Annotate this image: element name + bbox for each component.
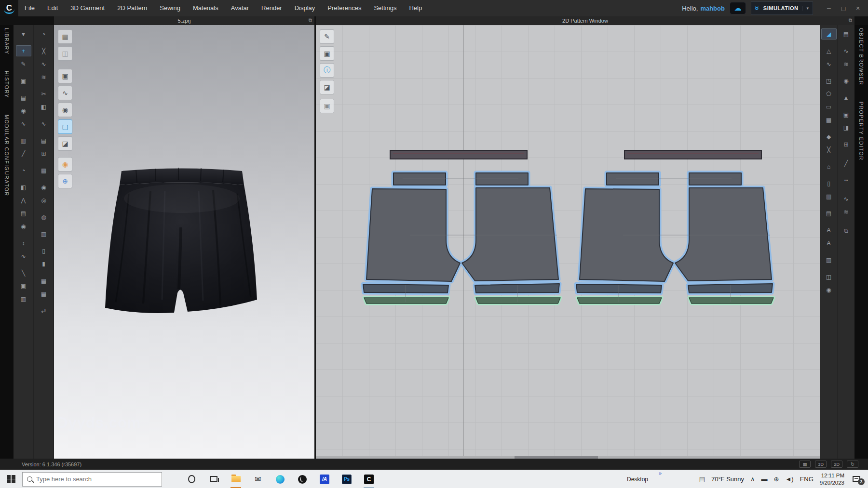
show-grid-plane-icon[interactable]: ▢: [58, 119, 72, 134]
menu-edit[interactable]: Edit: [41, 0, 64, 16]
select-move-icon[interactable]: +: [16, 45, 31, 56]
close-button[interactable]: ✕: [852, 3, 864, 13]
status-2d-button[interactable]: 2D: [831, 461, 842, 468]
blue-a-app-icon[interactable]: /A: [317, 470, 332, 488]
show-annotation-icon[interactable]: ⓘ: [320, 63, 334, 78]
tab-modular-configurator[interactable]: MODULAR CONFIGURATOR: [4, 115, 10, 197]
pleats-icon[interactable]: ▥: [821, 254, 837, 265]
fabric-roll-icon[interactable]: ▯: [36, 245, 52, 256]
menu-file[interactable]: File: [18, 0, 41, 16]
spec-ruler-icon[interactable]: ▥: [821, 191, 837, 202]
free-sewing-3d-icon[interactable]: ∿: [36, 58, 52, 69]
curve-sewing-icon[interactable]: ≋: [36, 71, 52, 82]
clo-taskbar-icon[interactable]: C: [362, 470, 376, 488]
render-style-icon[interactable]: ▦: [58, 29, 72, 44]
text-tool-icon[interactable]: A: [821, 224, 837, 236]
puller-icon[interactable]: ⇄: [36, 305, 52, 316]
status-3d-button[interactable]: 3D: [815, 461, 827, 468]
news-weather-icon[interactable]: ▤: [699, 475, 705, 483]
elastic-icon[interactable]: ∿: [839, 193, 854, 204]
button-garment-icon[interactable]: ▣: [16, 280, 31, 291]
drape-garment-icon[interactable]: ▣: [16, 75, 31, 86]
language-indicator[interactable]: ENG: [800, 475, 814, 483]
status-refresh-button[interactable]: ↻: [847, 461, 858, 468]
zipper-garment-icon[interactable]: ▥: [16, 293, 31, 304]
show-environment-icon[interactable]: ⊕: [58, 174, 72, 188]
cloud-sync-icon[interactable]: ☁: [730, 2, 746, 14]
viewport-2d-canvas[interactable]: ✎▣ⓘ◪▣: [316, 25, 820, 459]
username[interactable]: mahbob: [700, 5, 725, 12]
show-sewing-icon[interactable]: ∿: [58, 86, 72, 100]
network-icon[interactable]: ⊕: [774, 475, 779, 483]
viewport2d-title-bar[interactable]: 2D Pattern Window ⧉: [316, 16, 854, 25]
panel-splitter[interactable]: [314, 25, 316, 459]
walk-avatar-icon[interactable]: ◔: [36, 28, 52, 40]
needle-tool-icon[interactable]: ╱: [16, 148, 31, 159]
copy-as-pattern-icon[interactable]: ⧉: [839, 225, 854, 236]
pattern-set-1[interactable]: [363, 173, 560, 303]
show-avatar-head-icon[interactable]: ◉: [58, 157, 72, 171]
print-layout-2d-icon[interactable]: ⊞: [839, 139, 854, 150]
simulation-dropdown-caret[interactable]: ▾: [802, 6, 809, 11]
menu-materials[interactable]: Materials: [187, 0, 225, 16]
lock-pattern-icon[interactable]: ▣: [320, 99, 334, 113]
taskbar-clock[interactable]: 12:11 PM 9/20/2023: [820, 472, 844, 487]
taskbar-search[interactable]: [22, 472, 162, 487]
pattern-annotate-icon[interactable]: ◫: [821, 271, 837, 282]
texture-edit-icon[interactable]: ◨: [839, 122, 854, 133]
pin-garment-icon[interactable]: ◉: [16, 105, 31, 116]
show-ground-plane-icon[interactable]: ◪: [58, 136, 72, 151]
polygon-pattern-icon[interactable]: ⬠: [821, 88, 837, 99]
menu-help[interactable]: Help: [403, 0, 428, 16]
menu-render[interactable]: Render: [255, 0, 288, 16]
edit-sewing-icon[interactable]: ╳: [36, 45, 52, 56]
tack-icon[interactable]: ┅: [839, 174, 854, 185]
show-avatar-icon[interactable]: ◉: [58, 103, 72, 117]
show-pattern-garment-icon[interactable]: ▣: [320, 46, 334, 61]
maximize-button[interactable]: ▢: [837, 3, 850, 13]
shirring-icon[interactable]: ≋: [839, 206, 854, 217]
shirt-2d-icon[interactable]: ▣: [839, 109, 854, 120]
tab-library[interactable]: LIBRARY: [4, 28, 10, 54]
menu-2d-pattern[interactable]: 2D Pattern: [111, 0, 153, 16]
search-input[interactable]: [36, 475, 142, 483]
wind-view-icon[interactable]: ◔: [16, 165, 31, 176]
clo-logo-icon[interactable]: C: [0, 0, 18, 16]
flip-window-icon[interactable]: ◧: [16, 182, 31, 193]
tab-history[interactable]: HISTORY: [4, 71, 10, 98]
viewport3d-title-bar[interactable]: 5.zprj ⧉: [54, 16, 314, 25]
dart-icon[interactable]: ◆: [821, 131, 837, 142]
trace-icon[interactable]: ⌂: [821, 161, 837, 172]
pin-2d-icon[interactable]: ◉: [839, 75, 854, 86]
popout-3d-icon[interactable]: ⧉: [309, 17, 312, 23]
start-button[interactable]: [0, 470, 22, 488]
sewing-machine-alt-icon[interactable]: ▤: [36, 135, 52, 146]
tape-measure-icon[interactable]: ▤: [821, 208, 837, 219]
select-brush-icon[interactable]: ✎: [16, 58, 31, 69]
transform-pattern-icon[interactable]: ◢: [821, 28, 837, 40]
tab-property-editor[interactable]: PROPERTY EDITOR: [858, 102, 864, 160]
open-fold-icon[interactable]: ▤: [16, 208, 31, 219]
basting-icon[interactable]: ╱: [839, 158, 854, 169]
volume-icon[interactable]: ◄): [785, 475, 793, 483]
avatar-fit-icon[interactable]: ◉: [16, 221, 31, 232]
desktop-overflow-icon[interactable]: »: [659, 470, 662, 476]
show-seamline-icon[interactable]: ✎: [320, 29, 334, 44]
walk-2d-icon[interactable]: ◉: [821, 284, 837, 295]
menu-display[interactable]: Display: [288, 0, 322, 16]
simulation-mode-button[interactable]: » SIMULATION ▾: [751, 1, 813, 15]
font-style-icon[interactable]: A: [821, 237, 837, 249]
edit-pattern-icon[interactable]: △: [821, 45, 837, 56]
notch-icon[interactable]: ╳: [821, 144, 837, 155]
add-point-icon[interactable]: ◳: [821, 75, 837, 86]
pattern-layout[interactable]: [316, 25, 820, 459]
edit-curvature-icon[interactable]: ∿: [821, 58, 837, 69]
pattern-waistband-strip-1[interactable]: [390, 150, 527, 159]
print-placement-icon[interactable]: ⊞: [36, 148, 52, 159]
fabric-roll-alt-icon[interactable]: ▮: [36, 258, 52, 269]
file-explorer-icon[interactable]: [229, 470, 243, 488]
sewing-machine-2d-icon[interactable]: ▤: [839, 28, 854, 40]
grid-pattern-icon[interactable]: ▦: [821, 114, 837, 125]
xbox-icon[interactable]: [295, 470, 310, 488]
cortana-icon[interactable]: [184, 470, 199, 488]
